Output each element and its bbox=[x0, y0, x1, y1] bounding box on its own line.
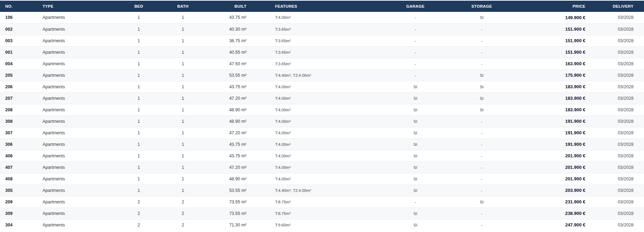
cell-garage: SI bbox=[380, 92, 450, 104]
cell-price: 183.900 € bbox=[513, 81, 590, 92]
cell-bath: 1 bbox=[161, 150, 205, 162]
cell-price: 183.900 € bbox=[513, 92, 590, 104]
cell-bed: 1 bbox=[117, 12, 161, 23]
table-row[interactable]: 305Apartments1153.55 m²T:4.40m², T2:4.00… bbox=[0, 185, 644, 196]
cell-bed: 1 bbox=[117, 127, 161, 139]
cell-no: 304 bbox=[0, 219, 38, 231]
table-row[interactable]: 002Apartments1140.30 m²T:3.65m²--151.900… bbox=[0, 23, 644, 35]
cell-storage: SI bbox=[450, 69, 513, 81]
cell-built: 73.55 m² bbox=[205, 196, 249, 208]
cell-price: 191.900 € bbox=[513, 127, 590, 139]
cell-built: 53.55 m² bbox=[205, 185, 249, 196]
cell-type: Apartments bbox=[38, 208, 117, 219]
cell-bed: 1 bbox=[117, 35, 161, 46]
cell-type: Apartments bbox=[38, 150, 117, 162]
cell-features: T:4.00m² bbox=[249, 127, 380, 139]
cell-built: 53.55 m² bbox=[205, 69, 249, 81]
table-row[interactable]: 207Apartments1147.20 m²T:4.00m²SISI183.9… bbox=[0, 92, 644, 104]
cell-bath: 1 bbox=[161, 92, 205, 104]
table-row[interactable]: 003Apartments1136.75 m²T:3.65m²--151.900… bbox=[0, 35, 644, 46]
cell-no: 206 bbox=[0, 81, 38, 92]
cell-features: T:4.00m² bbox=[249, 104, 380, 115]
cell-type: Apartments bbox=[38, 162, 117, 173]
column-header-no[interactable]: NO. bbox=[0, 1, 38, 12]
cell-built: 47.20 m² bbox=[205, 92, 249, 104]
cell-no: 002 bbox=[0, 23, 38, 35]
column-header-bed[interactable]: BED bbox=[117, 1, 161, 12]
column-header-built[interactable]: BUILT bbox=[205, 1, 249, 12]
table-row[interactable]: 004Apartments1147.50 m²T:3.65m²--163.900… bbox=[0, 58, 644, 69]
column-header-storage[interactable]: STORAGE bbox=[450, 1, 513, 12]
cell-bath: 1 bbox=[161, 185, 205, 196]
cell-bath: 2 bbox=[161, 196, 205, 208]
table-row[interactable]: 309Apartments2273.55 m²T:8.75m²SI-238.90… bbox=[0, 208, 644, 219]
table-row[interactable]: 206Apartments1143.75 m²T:4.00m²SISI183.9… bbox=[0, 81, 644, 92]
cell-features: T:4.00m² bbox=[249, 139, 380, 150]
cell-storage: - bbox=[450, 23, 513, 35]
cell-delivery: 03/2028 bbox=[590, 196, 644, 208]
cell-built: 40.55 m² bbox=[205, 46, 249, 58]
cell-no: 001 bbox=[0, 46, 38, 58]
table-row[interactable]: 406Apartments1143.75 m²T:4.00m²SI-201.90… bbox=[0, 150, 644, 162]
cell-delivery: 03/2028 bbox=[590, 150, 644, 162]
cell-bed: 1 bbox=[117, 92, 161, 104]
cell-garage: SI bbox=[380, 139, 450, 150]
cell-garage: SI bbox=[380, 81, 450, 92]
cell-type: Apartments bbox=[38, 139, 117, 150]
units-table: NO.TYPEBEDBATHBUILTFEATURESGARAGESTORAGE… bbox=[0, 1, 644, 231]
cell-features: T:4.00m² bbox=[249, 115, 380, 127]
cell-built: 43.75 m² bbox=[205, 139, 249, 150]
cell-features: T:3.65m² bbox=[249, 46, 380, 58]
cell-delivery: 03/2028 bbox=[590, 23, 644, 35]
cell-delivery: 03/2028 bbox=[590, 12, 644, 23]
table-row[interactable]: 304Apartments2271.30 m²T:9.60m²SI-247.90… bbox=[0, 219, 644, 231]
cell-price: 231.900 € bbox=[513, 196, 590, 208]
cell-delivery: 03/2028 bbox=[590, 58, 644, 69]
column-header-bath[interactable]: BATH bbox=[161, 1, 205, 12]
cell-delivery: 03/2028 bbox=[590, 81, 644, 92]
column-header-garage[interactable]: GARAGE bbox=[380, 1, 450, 12]
cell-features: T:3.65m² bbox=[249, 58, 380, 69]
cell-type: Apartments bbox=[38, 196, 117, 208]
cell-features: T:4.40m², T2:4.00m² bbox=[249, 185, 380, 196]
column-header-delivery[interactable]: DELIVERY bbox=[590, 1, 644, 12]
cell-garage: SI bbox=[380, 173, 450, 185]
cell-bed: 1 bbox=[117, 162, 161, 173]
cell-type: Apartments bbox=[38, 58, 117, 69]
table-row[interactable]: 106Apartments1143.75 m²T:4.00m²-SI149.90… bbox=[0, 12, 644, 23]
column-header-price[interactable]: PRICE bbox=[513, 1, 590, 12]
table-row[interactable]: 408Apartments1148.90 m²T:4.00m²SI-201.90… bbox=[0, 173, 644, 185]
cell-type: Apartments bbox=[38, 46, 117, 58]
cell-built: 43.75 m² bbox=[205, 12, 249, 23]
cell-storage: SI bbox=[450, 92, 513, 104]
cell-storage: SI bbox=[450, 104, 513, 115]
table-row[interactable]: 307Apartments1147.20 m²T:4.00m²SI-191.90… bbox=[0, 127, 644, 139]
cell-bed: 1 bbox=[117, 69, 161, 81]
cell-bath: 1 bbox=[161, 81, 205, 92]
table-row[interactable]: 407Apartments1147.20 m²T:4.00m²SI-201.90… bbox=[0, 162, 644, 173]
cell-type: Apartments bbox=[38, 173, 117, 185]
cell-garage: SI bbox=[380, 127, 450, 139]
cell-features: T:3.65m² bbox=[249, 23, 380, 35]
table-row[interactable]: 209Apartments2273.55 m²T:8.75m²-SI231.90… bbox=[0, 196, 644, 208]
table-row[interactable]: 205Apartments1153.55 m²T:4.40m², T2:4.00… bbox=[0, 69, 644, 81]
cell-no: 208 bbox=[0, 104, 38, 115]
cell-bed: 1 bbox=[117, 58, 161, 69]
table-row[interactable]: 001Apartments1140.55 m²T:3.65m²--151.900… bbox=[0, 46, 644, 58]
table-row[interactable]: 308Apartments1148.90 m²T:4.00m²SI-191.90… bbox=[0, 115, 644, 127]
cell-bath: 1 bbox=[161, 162, 205, 173]
cell-garage: - bbox=[380, 35, 450, 46]
cell-storage: SI bbox=[450, 12, 513, 23]
table-header-row: NO.TYPEBEDBATHBUILTFEATURESGARAGESTORAGE… bbox=[0, 1, 644, 12]
column-header-type[interactable]: TYPE bbox=[38, 1, 117, 12]
table-row[interactable]: 208Apartments1148.90 m²T:4.00m²SISI183.9… bbox=[0, 104, 644, 115]
cell-features: T:4.00m² bbox=[249, 81, 380, 92]
cell-features: T:3.65m² bbox=[249, 35, 380, 46]
cell-no: 106 bbox=[0, 12, 38, 23]
cell-built: 48.90 m² bbox=[205, 115, 249, 127]
column-header-features[interactable]: FEATURES bbox=[249, 1, 380, 12]
cell-price: 151.900 € bbox=[513, 23, 590, 35]
cell-storage: - bbox=[450, 162, 513, 173]
table-row[interactable]: 306Apartments1143.75 m²T:4.00m²SI-191.90… bbox=[0, 139, 644, 150]
cell-storage: - bbox=[450, 150, 513, 162]
